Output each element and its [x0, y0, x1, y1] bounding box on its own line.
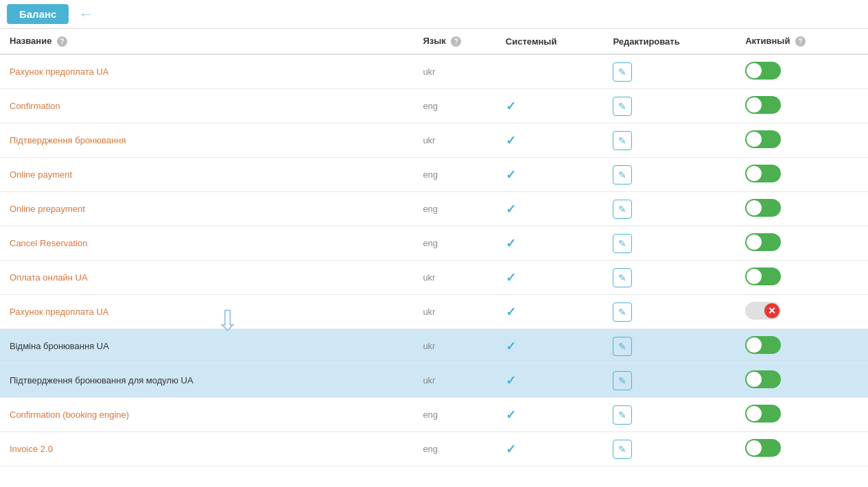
row-name-link[interactable]: Invoice 2.0 — [10, 444, 53, 454]
edit-button[interactable]: ✎ — [613, 337, 632, 356]
system-check-icon: ✓ — [506, 237, 516, 250]
table-row: Підтвердження бронюванняukr✓✎✓ — [0, 123, 868, 158]
toggle-check-icon: ✓ — [751, 134, 758, 145]
lang-cell: eng — [413, 89, 495, 123]
edit-button[interactable]: ✎ — [613, 131, 632, 150]
active-toggle[interactable]: ✓ — [745, 336, 781, 354]
active-cell: ✓ — [736, 329, 868, 364]
name-help-icon[interactable]: ? — [57, 36, 67, 47]
page-title: Баланс — [7, 4, 69, 24]
name-cell: Confirmation (booking engine) — [0, 398, 413, 432]
edit-cell: ✎ — [603, 158, 736, 192]
system-check-icon: ✓ — [506, 99, 516, 113]
system-cell — [496, 54, 604, 89]
system-cell: ✓ — [496, 158, 604, 192]
name-cell: Online prepayment — [0, 192, 413, 226]
active-cell: ✓ — [736, 398, 868, 432]
system-cell: ✓ — [496, 364, 604, 398]
active-toggle[interactable]: ✓ — [745, 405, 781, 423]
edit-button[interactable]: ✎ — [613, 200, 632, 219]
edit-cell: ✎ — [603, 364, 736, 398]
edit-cell: ✎ — [603, 123, 736, 158]
row-name-link[interactable]: Online payment — [10, 169, 72, 180]
edit-cell: ✎ — [603, 192, 736, 226]
toggle-check-icon: ✓ — [751, 169, 758, 179]
row-name-link[interactable]: Рахунок предоплата UA — [10, 67, 109, 77]
name-cell: Confirmation — [0, 89, 413, 123]
table-row: Invoice 2.0eng✓✎✓ — [0, 432, 868, 466]
lang-cell: ukr — [413, 54, 495, 89]
table-row: Оплата онлайн UAukr✓✎✓ — [0, 261, 868, 295]
toggle-check-icon: ✓ — [751, 203, 758, 213]
active-cell: ✓ — [736, 226, 868, 261]
col-header-active: Активный ? — [736, 29, 868, 54]
system-check-icon: ✓ — [506, 271, 516, 285]
edit-button[interactable]: ✎ — [613, 440, 632, 459]
active-toggle[interactable]: ✓ — [745, 130, 781, 148]
edit-cell: ✎ — [603, 89, 736, 123]
system-cell: ✓ — [496, 261, 604, 295]
active-toggle[interactable]: ✓ — [745, 62, 781, 80]
name-cell: Online payment — [0, 158, 413, 192]
edit-button[interactable]: ✎ — [613, 62, 632, 82]
edit-cell: ✎ — [603, 329, 736, 364]
table-row: Online prepaymenteng✓✎✓ — [0, 192, 868, 226]
edit-cell: ✎ — [603, 54, 736, 89]
edit-button[interactable]: ✎ — [613, 302, 632, 322]
system-check-icon: ✓ — [506, 305, 516, 319]
edit-button[interactable]: ✎ — [613, 234, 632, 253]
active-toggle[interactable]: ✓ — [745, 439, 781, 457]
active-toggle[interactable]: ✓ — [745, 370, 781, 388]
edit-button[interactable]: ✎ — [613, 97, 632, 116]
active-toggle[interactable]: ✕ — [745, 302, 781, 320]
system-cell: ✓ — [496, 295, 604, 329]
system-check-icon: ✓ — [506, 442, 516, 456]
active-toggle[interactable]: ✓ — [745, 268, 781, 285]
edit-cell: ✎ — [603, 432, 736, 466]
row-name-link[interactable]: Cancel Reservation — [10, 238, 87, 248]
lang-cell: eng — [413, 398, 495, 432]
row-name-link[interactable]: Confirmation — [10, 101, 60, 111]
active-toggle[interactable]: ✓ — [745, 233, 781, 251]
edit-button[interactable]: ✎ — [613, 165, 632, 185]
table-body: Рахунок предоплата UAukr✎✓Confirmationen… — [0, 54, 868, 466]
edit-cell: ✎ — [603, 295, 736, 329]
toggle-check-icon: ✓ — [751, 66, 758, 76]
name-cell: Відміна бронювання UA — [0, 329, 413, 364]
edit-button[interactable]: ✎ — [613, 405, 632, 425]
back-button[interactable]: ← — [78, 5, 93, 23]
lang-help-icon[interactable]: ? — [451, 36, 461, 47]
system-cell: ✓ — [496, 226, 604, 261]
row-name-link[interactable]: Confirmation (booking engine) — [10, 409, 129, 420]
active-toggle[interactable]: ✓ — [745, 165, 781, 182]
active-toggle[interactable]: ✓ — [745, 96, 781, 114]
row-name-link[interactable]: Рахунок предоплата UA — [10, 307, 109, 317]
system-check-icon: ✓ — [506, 202, 516, 216]
row-name-link[interactable]: Підтвердження бронювання — [10, 135, 126, 145]
toggle-check-icon: ✓ — [751, 443, 758, 453]
toggle-check-icon: ✓ — [751, 237, 758, 248]
system-cell: ✓ — [496, 432, 604, 466]
row-name-link[interactable]: Online prepayment — [10, 204, 85, 214]
system-check-icon: ✓ — [506, 134, 516, 147]
edit-button[interactable]: ✎ — [613, 371, 632, 390]
col-header-language: Язык ? — [413, 29, 495, 54]
table-row: Confirmationeng✓✎✓ — [0, 89, 868, 123]
system-cell: ✓ — [496, 398, 604, 432]
toggle-check-icon: ✓ — [751, 375, 758, 385]
col-header-system: Системный — [496, 29, 604, 54]
toggle-x-icon: ✕ — [768, 305, 776, 316]
active-cell: ✓ — [736, 432, 868, 466]
lang-cell: ukr — [413, 261, 495, 295]
active-cell: ✓ — [736, 89, 868, 123]
table-row: Рахунок предоплата UAukr✎✓ — [0, 54, 868, 89]
lang-cell: eng — [413, 226, 495, 261]
row-name-link[interactable]: Оплата онлайн UA — [10, 272, 88, 283]
name-cell: Cancel Reservation — [0, 226, 413, 261]
name-cell: Підтвердження бронювання — [0, 123, 413, 158]
toggle-check-icon: ✓ — [751, 409, 758, 419]
main-table: Название ? Язык ? Системный Редактироват… — [0, 29, 868, 466]
active-help-icon[interactable]: ? — [795, 36, 806, 47]
active-toggle[interactable]: ✓ — [745, 199, 781, 217]
edit-button[interactable]: ✎ — [613, 268, 632, 287]
